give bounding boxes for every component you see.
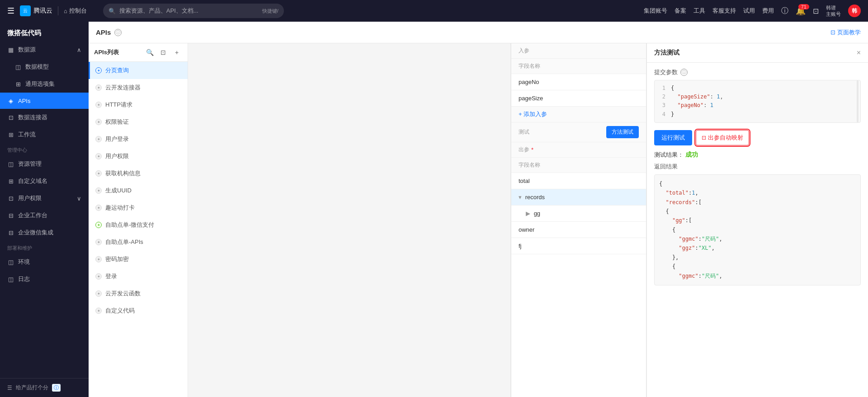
screen-icon[interactable]: ⊡ (813, 7, 819, 15)
record-link[interactable]: 备案 (675, 7, 686, 15)
api-item-uuid[interactable]: ✦ 生成UUID (89, 182, 188, 199)
api-item-cloud-connector[interactable]: ✦ 云开发连接器 (89, 79, 188, 96)
api-item-custom-code[interactable]: ✦ 自定义代码 (89, 302, 188, 319)
add-param-btn[interactable]: + 添加入参 (511, 107, 646, 122)
result-line-3: "records":[ (659, 198, 856, 207)
line-num-4: 4 (658, 110, 665, 119)
user-info[interactable]: 韩谱 主账号 (826, 5, 841, 18)
code-content-3: "pageNo": 1 (671, 101, 857, 110)
brand-logo[interactable]: 云 腾讯云 (20, 5, 52, 16)
api-item-exercise[interactable]: ✦ 趣运动打卡 (89, 199, 188, 216)
api-dot-6: ✦ (95, 170, 102, 177)
api-item-paginated-query[interactable]: ✦ 分页查询 (89, 62, 188, 79)
cost-link[interactable]: 费用 (762, 7, 774, 15)
api-label-13: 云开发云函数 (105, 290, 141, 298)
search-api-btn[interactable]: 🔍 (144, 47, 155, 58)
api-dot-14: ✦ (95, 308, 102, 314)
sidebar-item-workflow[interactable]: ⊞ 工作流 (0, 126, 89, 143)
api-label-14: 自定义代码 (105, 307, 135, 315)
search-bar[interactable]: 🔍 搜索资源、产品、API、文档... 快捷键/ (103, 4, 284, 18)
resource-label: 资源管理 (18, 160, 42, 168)
feedback-label: 给产品打个分 (16, 384, 48, 392)
api-dot-4: ✦ (95, 136, 102, 142)
sidebar-item-customdomain[interactable]: ⊞ 自定义域名 (0, 173, 89, 190)
user-avatar[interactable]: 韩 (848, 5, 861, 17)
method-test-btn[interactable]: 方法测试 (606, 126, 639, 138)
home-icon: ⌂ (64, 8, 67, 14)
code-line-3: 3 "pageNo": 1 (658, 101, 857, 110)
control-panel-link[interactable]: ⌂ 控制台 (64, 7, 87, 15)
tool-link[interactable]: 工具 (693, 7, 705, 15)
main-layout: 微搭低代码 ▦ 数据源 ∧ ◫ 数据模型 ⊞ 通用选项集 ◈ APIs ⊡ 数据… (0, 22, 868, 397)
input-section-label: 入参 (519, 47, 529, 55)
sidebar-item-resource[interactable]: ◫ 资源管理 (0, 155, 89, 173)
result-line-10: { (659, 262, 856, 271)
customdomain-label: 自定义域名 (18, 177, 47, 185)
api-dot-0: ✦ (95, 67, 102, 74)
code-content-4: } (671, 110, 857, 119)
sidebar-item-optionset[interactable]: ⊞ 通用选项集 (0, 75, 89, 93)
question-icon[interactable]: ⓘ (781, 6, 788, 16)
code-editor[interactable]: 1 { 2 "pageSize": 1, 3 "p (654, 80, 861, 123)
notification-btn[interactable]: 🔔 71 (796, 6, 806, 16)
support-link[interactable]: 客服支持 (712, 7, 736, 15)
api-item-user-perm[interactable]: ✦ 用户权限 (89, 148, 188, 165)
api-dot-8: ✦ (95, 205, 102, 211)
output-required-mark: * (531, 146, 533, 153)
api-item-http[interactable]: ✦ HTTP请求 (89, 96, 188, 113)
param-row-pageno: pageNo (511, 74, 646, 90)
apis-info-icon[interactable]: ⓘ (114, 29, 122, 36)
sidebar-feedback[interactable]: ☰ 给产品打个分 ⓘ (0, 378, 89, 397)
management-section-label: 管理中心 (0, 143, 89, 155)
page-teach-btn[interactable]: ⊡ 页面教学 (830, 28, 861, 37)
api-label-11: 密码加密 (105, 255, 129, 263)
api-item-wechat-pay[interactable]: ✦ 自助点单-微信支付 (89, 216, 188, 234)
output-map-btn[interactable]: ⊡ 出参自动映射 (696, 130, 749, 145)
copy-api-btn[interactable]: ⊡ (158, 47, 169, 58)
param-name-pageno: pageNo (511, 74, 646, 90)
sidebar-item-userperm[interactable]: ⊡ 用户权限 ∨ (0, 190, 89, 207)
sidebar-item-wechat[interactable]: ⊟ 企业微信集成 (0, 224, 89, 241)
api-item-encrypt[interactable]: ✦ 密码加密 (89, 251, 188, 268)
env-icon: ◫ (7, 258, 14, 266)
api-item-login[interactable]: ✦ 登录 (89, 268, 188, 285)
sidebar-item-log[interactable]: ◫ 日志 (0, 271, 89, 288)
api-canvas-area (188, 43, 511, 397)
api-dot-13: ✦ (95, 290, 102, 297)
run-test-btn[interactable]: 运行测试 (654, 130, 692, 145)
nav-right: 集团账号 备案 工具 客服支持 试用 费用 ⓘ 🔔 71 ⊡ 韩谱 主账号 韩 (644, 5, 861, 18)
result-line-8: "ggz":"XL", (659, 243, 856, 252)
sidebar-item-workspace[interactable]: ⊟ 企业工作台 (0, 207, 89, 224)
trial-link[interactable]: 试用 (743, 7, 755, 15)
test-row: 测试 方法测试 (511, 122, 646, 142)
api-item-org-info[interactable]: ✦ 获取机构信息 (89, 165, 188, 182)
api-item-order-apis[interactable]: ✦ 自助点单-APIs (89, 234, 188, 251)
close-test-panel-btn[interactable]: × (857, 49, 861, 56)
output-name-records: ▾ records (511, 189, 646, 205)
code-line-1: 1 { (658, 84, 857, 93)
output-param-records[interactable]: ▾ records (511, 189, 646, 206)
code-line-2: 2 "pageSize": 1, (658, 93, 857, 101)
submit-params-info-icon[interactable]: ⓘ (680, 69, 688, 76)
api-dot-5: ✦ (95, 153, 102, 159)
api-item-auth[interactable]: ✦ 权限验证 (89, 113, 188, 131)
api-item-user-login[interactable]: ✦ 用户登录 (89, 131, 188, 148)
api-item-cloud-func[interactable]: ✦ 云开发云函数 (89, 285, 188, 302)
sidebar-item-env[interactable]: ◫ 环境 (0, 253, 89, 271)
output-name-total: total (511, 173, 646, 189)
team-account-link[interactable]: 集团账号 (644, 7, 667, 15)
apis-header: APIs ⓘ ⊡ 页面教学 (89, 22, 868, 43)
param-name-pagesize: pageSize (511, 90, 646, 106)
sidebar-item-apis[interactable]: ◈ APIs (0, 93, 89, 109)
sidebar-item-datamodel[interactable]: ◫ 数据模型 (0, 58, 89, 75)
optionset-icon: ⊞ (14, 80, 22, 88)
sidebar-item-datasource[interactable]: ▦ 数据源 ∧ (0, 41, 89, 58)
sidebar-item-dataconnector[interactable]: ⊡ 数据连接器 (0, 109, 89, 126)
hamburger-menu[interactable]: ☰ (7, 6, 14, 16)
result-code-area: { "total":1, "records":[ { "gg":[ { "ggm… (654, 174, 861, 285)
output-param-gg[interactable]: ▶ gg (511, 206, 646, 222)
add-api-btn[interactable]: + (171, 47, 182, 58)
search-placeholder: 搜索资源、产品、API、文档... (119, 7, 198, 15)
api-dot-2: ✦ (95, 102, 102, 108)
result-line-5: "gg":[ (659, 216, 856, 225)
